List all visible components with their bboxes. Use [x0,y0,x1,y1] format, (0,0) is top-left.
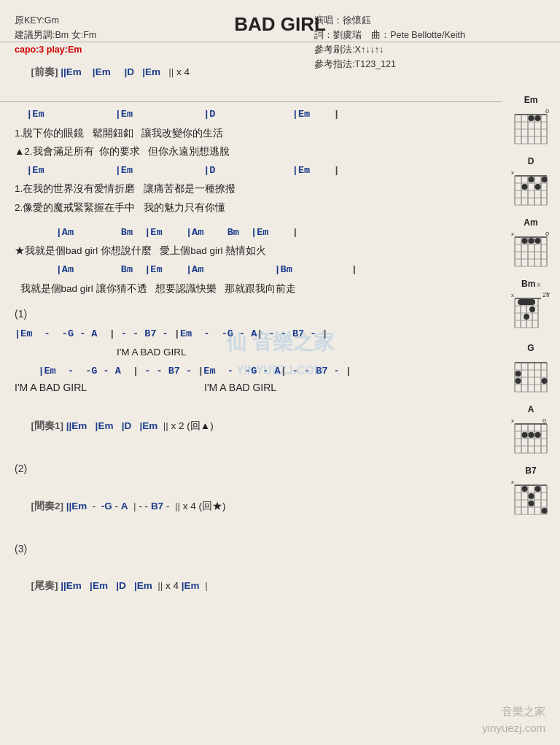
svg-text:x: x [511,169,514,176]
strum: 參考刷法:X↑↓↓↑↓ [314,42,465,57]
original-key: 原KEY:Gm [15,13,96,28]
svg-point-89 [529,432,534,438]
section2-label: (2) [0,458,502,479]
verse1-lyrics2a: 1.在我的世界沒有愛情折磨 讓痛苦都是一種撩撥 [0,180,502,198]
section1-line2: |Em - -G - A | - - B7 - |Em - -G - A| - … [0,362,502,381]
interlude2-line: [間奏2] ||Em - -G - A | - - B7 - || x 4 (回… [0,479,502,533]
pick: 參考指法:T123_121 [314,57,465,72]
svg-point-12 [529,115,534,121]
svg-point-74 [542,378,548,384]
svg-point-28 [535,184,541,190]
svg-rect-58 [518,299,535,305]
svg-text:x: x [511,417,514,424]
svg-point-104 [529,493,534,499]
chord-d: D x [509,156,553,212]
chord-diagrams: Em o D [509,95,553,524]
verse1-chords1: |Em |Em |D |Em | [0,105,502,124]
interlude1-line: [間奏1] ||Em |Em |D |Em || x 2 (回▲) [0,400,502,453]
svg-point-90 [535,432,541,438]
svg-text:2fr: 2fr [542,291,551,298]
verse1-lyrics1b: ▲2.我會滿足所有 你的要求 但你永遠別想逃脫 [0,142,502,161]
chorus-chords2: |Am Bm |Em |Am |Bm | [0,260,502,279]
meta-right: 演唱：徐懷鈺 詞：劉虞瑞 曲：Pete Bellotte/Keith 參考刷法:… [314,13,465,72]
svg-point-13 [535,115,541,121]
chorus-lyrics2: 我就是個bad girl 讓你猜不透 想要認識快樂 那就跟我向前走 [0,279,502,298]
section1-ima1: I'M A BAD GIRL [0,343,502,362]
svg-point-105 [535,486,541,492]
d-grid: x [510,167,551,209]
svg-text:o: o [545,230,549,237]
ima3-text: I'M A BAD GIRL [102,382,276,393]
section3-label: (3) [0,539,502,560]
svg-point-26 [522,184,528,190]
chord-g: G [509,343,553,398]
svg-point-27 [529,177,534,182]
svg-point-29 [542,177,548,182]
svg-text:o: o [542,417,546,424]
singer: 演唱：徐懷鈺 [314,13,465,28]
svg-point-59 [529,306,535,312]
header-area: 原KEY:Gm 建議男調:Bm 女:Fm capo:3 play:Em BAD … [0,7,560,39]
verse1-chords2: |Em |Em |D |Em | [0,161,502,180]
divider2 [0,101,502,102]
svg-point-44 [529,238,534,244]
chord-am: Am o x [509,217,553,273]
footer-logo: 音樂之家 yinyuezj.com [482,703,545,736]
svg-point-88 [522,432,528,438]
svg-point-45 [535,238,541,244]
svg-text:x: x [511,292,514,298]
svg-point-72 [516,371,521,377]
section1-label: (1) [0,304,502,325]
b7-grid: x [510,476,551,522]
am-grid: o x [510,228,551,271]
verse1-lyrics2b: 2.像愛的魔戒緊緊握在手中 我的魅力只有你懂 [0,198,502,217]
page: 原KEY:Gm 建議男調:Bm 女:Fm capo:3 play:Em BAD … [0,0,560,745]
svg-point-106 [529,501,534,506]
footer-line2: yinyuezj.com [482,720,545,737]
bm-grid: x 2fr [510,290,551,335]
svg-point-103 [522,486,528,492]
chord-bm: Bm x x 2fr [509,279,553,337]
capo: capo:3 play:Em [15,42,96,57]
section1-ima-row: I'M A BAD GIRL I'M A BAD GIRL [0,381,502,394]
verse1-lyrics1a: 1.脫下你的眼鏡 鬆開鈕釦 讓我改變你的生活 [0,124,502,143]
chorus-lyrics1: ★我就是個bad girl 你想說什麼 愛上個bad girl 熱情如火 [0,242,502,260]
em-grid: o [510,106,551,148]
svg-text:x: x [511,231,514,237]
svg-text:o: o [545,107,549,115]
chord-a: A o x [509,404,553,460]
outro-line: [尾奏] ||Em |Em |D |Em || x 4 |Em | [0,559,502,612]
ima2-text: I'M A BAD GIRL [15,382,102,393]
section1-line1: |Em - -G - A | - - B7 - |Em - -G - A| - … [0,325,502,344]
svg-point-107 [542,508,548,514]
footer-line1: 音樂之家 [482,703,545,720]
chord-b7: B7 x [509,466,553,524]
words-music: 詞：劉虞瑞 曲：Pete Bellotte/Keith [314,28,465,42]
svg-point-43 [522,238,528,244]
svg-point-73 [516,378,521,384]
meta-left: 原KEY:Gm 建議男調:Bm 女:Fm capo:3 play:Em [15,13,96,57]
svg-point-60 [524,314,529,320]
chorus-chords1: |Am Bm |Em |Am Bm |Em | [0,223,502,242]
chord-em: Em o [509,95,553,150]
svg-text:x: x [511,479,514,485]
a-grid: o x [510,415,551,458]
suggest-key: 建議男調:Bm 女:Fm [15,28,96,42]
main-content: [前奏] ||Em |Em |D |Em || x 4 |Em |Em |D |… [0,45,560,612]
g-grid [510,354,551,396]
